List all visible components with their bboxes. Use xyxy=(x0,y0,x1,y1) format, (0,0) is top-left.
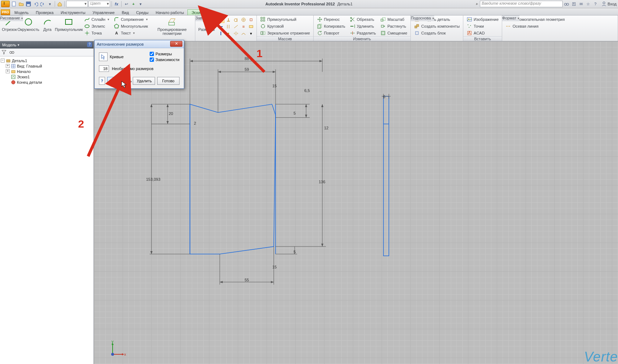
signin-button[interactable]: Вход xyxy=(601,1,617,6)
tree-item-end[interactable]: Конец детали xyxy=(1,79,93,85)
tree-item-view[interactable]: +Вид: Главный xyxy=(1,63,93,69)
search-input[interactable]: Введите ключевое слово/фразу xyxy=(480,1,563,7)
tab-sketch[interactable]: Эскиз xyxy=(187,9,206,15)
fx-button[interactable]: fx xyxy=(113,1,120,7)
mirror-button[interactable]: Зеркальное отражение xyxy=(259,30,311,36)
concentric-constraint-icon[interactable] xyxy=(240,17,247,23)
svg-rect-16 xyxy=(219,19,223,21)
redo-icon[interactable] xyxy=(40,1,46,7)
sketch-canvas[interactable]: 88 59 6,5 6 20 5 2 15 12 153,093 136 5 1… xyxy=(94,41,618,364)
material-combo[interactable] xyxy=(66,1,88,7)
tree-item-sketch[interactable]: Эскиз1 xyxy=(1,74,93,79)
apply-button[interactable]: Применить xyxy=(107,77,131,85)
insert-acad-button[interactable]: AACAD xyxy=(465,30,500,36)
find-icon[interactable] xyxy=(9,50,14,55)
svg-text:A: A xyxy=(468,31,471,35)
dimension-button[interactable]: Размеры xyxy=(197,16,216,41)
trim-button[interactable]: Обрезать xyxy=(349,16,377,23)
tab-overflow-icon[interactable]: ▣ ▾ xyxy=(208,10,215,15)
show-constraints-icon[interactable] xyxy=(247,23,255,30)
dimensions-checkbox[interactable]: Размеры xyxy=(150,52,180,56)
line-button[interactable]: Отрезок xyxy=(1,16,17,41)
copy-button[interactable]: Копировать xyxy=(316,23,346,29)
binoculars-icon[interactable] xyxy=(563,1,570,7)
key-icon[interactable]: ⚿ xyxy=(571,1,577,7)
constraints-checkbox[interactable]: Зависимости xyxy=(150,57,180,62)
dialog-title-bar[interactable]: Автонанесение размеров ✕ xyxy=(95,40,184,48)
split-button[interactable]: Разделить xyxy=(349,30,377,36)
return-icon[interactable]: ↩ xyxy=(123,1,129,7)
tab-check[interactable]: Проверка xyxy=(32,10,57,15)
circ-pattern-button[interactable]: Круговой xyxy=(259,23,311,29)
tab-env[interactable]: Среды xyxy=(132,10,152,15)
fillet-button[interactable]: Сопряжение xyxy=(113,16,149,23)
symmetry-constraint-icon[interactable] xyxy=(232,30,240,37)
point-button[interactable]: Точка xyxy=(83,30,110,36)
construction-geometry-button[interactable]: Вспомогательная геометрия xyxy=(504,16,566,23)
auto-dimension-button[interactable] xyxy=(217,17,224,23)
insert-points-button[interactable]: Точки xyxy=(465,23,500,29)
move-button[interactable]: Перенос xyxy=(316,16,346,23)
ellipse-button[interactable]: Эллипс xyxy=(83,23,110,29)
collinear-constraint-icon[interactable] xyxy=(232,23,240,30)
coincident-constraint-icon[interactable] xyxy=(225,30,232,37)
delete-button[interactable]: Удалить xyxy=(133,77,155,85)
perpendicular-constraint-icon[interactable] xyxy=(225,17,232,23)
tab-start[interactable]: Начало работы xyxy=(152,10,188,15)
text-button[interactable]: AТекст xyxy=(113,30,149,36)
tab-view[interactable]: Вид xyxy=(118,10,133,15)
undo-icon[interactable] xyxy=(32,1,39,7)
open-icon[interactable] xyxy=(18,1,24,7)
constraint-settings-icon[interactable]: ▾ xyxy=(247,30,255,37)
dialog-help-button[interactable]: ? xyxy=(99,77,105,85)
tree-item-origin[interactable]: +Начало xyxy=(1,69,93,74)
rectangle-button[interactable]: Прямоугольник xyxy=(56,16,82,41)
rotate-button[interactable]: Поворот xyxy=(316,30,346,36)
horizontal-constraint-icon[interactable] xyxy=(217,23,224,30)
circle-button[interactable]: Окружность xyxy=(18,16,39,41)
qat-dropdown-icon[interactable]: ▾ xyxy=(137,1,144,7)
comm-icon[interactable]: ✉ xyxy=(578,1,584,7)
polygon-button[interactable]: Многоугольник xyxy=(113,23,149,29)
select-icon[interactable]: ▾ xyxy=(47,1,53,7)
tangent-constraint-icon[interactable] xyxy=(232,17,240,23)
save-icon[interactable] xyxy=(25,1,32,7)
equal-constraint-icon[interactable]: = xyxy=(240,23,247,30)
tab-manage[interactable]: Управление xyxy=(89,10,118,15)
create-components-button[interactable]: Создать компоненты xyxy=(413,23,461,29)
project-geometry-button[interactable]: Проецирование геометрии xyxy=(150,16,194,41)
new-icon[interactable] xyxy=(11,1,17,7)
color-combo[interactable]: Цвет xyxy=(88,1,110,7)
app-logo[interactable] xyxy=(1,1,10,7)
tab-model[interactable]: Модель xyxy=(11,10,32,15)
browser-header[interactable]: Модель xyxy=(0,41,94,49)
offset-button[interactable]: Смещение xyxy=(379,30,408,36)
create-part-button[interactable]: Создать деталь xyxy=(413,16,461,23)
parallel-constraint-icon[interactable] xyxy=(225,23,232,30)
fix-constraint-icon[interactable] xyxy=(247,17,255,23)
spline-button[interactable]: Сплайн xyxy=(83,16,110,23)
tab-tools[interactable]: Инструменты xyxy=(57,10,89,15)
scale-button[interactable]: Масштаб xyxy=(379,16,408,23)
favorite-icon[interactable]: ☆ xyxy=(585,1,591,7)
window-title: Autodesk Inventor Professional 2012 Дета… xyxy=(265,1,353,6)
filter-icon[interactable] xyxy=(1,50,6,55)
help-icon[interactable]: ? xyxy=(592,1,599,7)
arc-button[interactable]: Дуга xyxy=(40,16,55,41)
extend-button[interactable]: Удлинить xyxy=(349,23,377,29)
home-icon[interactable] xyxy=(56,1,63,7)
rect-pattern-button[interactable]: Прямоугольный xyxy=(259,16,311,23)
svg-point-66 xyxy=(12,51,14,54)
close-icon[interactable]: ✕ xyxy=(170,41,182,47)
plus-icon[interactable]: + xyxy=(130,1,137,7)
select-curves-toggle[interactable] xyxy=(99,52,108,61)
insert-image-button[interactable]: Изображение xyxy=(465,16,500,23)
tab-pro[interactable]: PRO xyxy=(1,9,10,15)
done-button[interactable]: Готово xyxy=(157,77,180,85)
create-block-button[interactable]: Создать блок xyxy=(413,30,461,36)
centerline-button[interactable]: Осевая линия xyxy=(504,23,566,29)
tree-root[interactable]: −Деталь1 xyxy=(1,58,93,63)
vertical-constraint-icon[interactable] xyxy=(217,30,224,37)
stretch-button[interactable]: Растянуть xyxy=(379,23,408,29)
smooth-constraint-icon[interactable] xyxy=(240,30,247,37)
